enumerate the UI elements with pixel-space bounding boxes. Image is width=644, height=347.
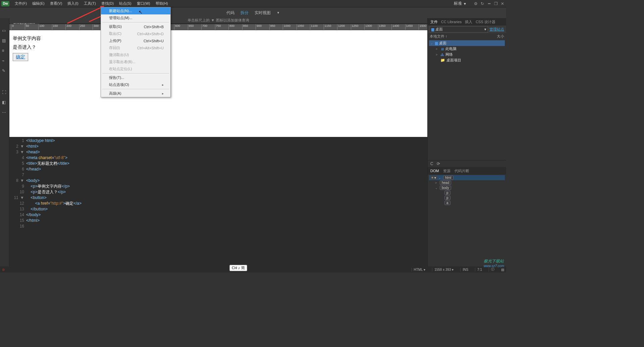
ruler-tick: 300 (93, 24, 99, 30)
ruler-tick: 250 (79, 24, 85, 30)
tool-icon[interactable]: ✎ (2, 68, 7, 74)
dropdown-item[interactable]: 上传(P)Ctrl+Shift+U (101, 37, 170, 44)
menu-view[interactable]: 查看(V) (47, 0, 65, 7)
tree-row[interactable]: ⌄▆桌面 (429, 40, 505, 46)
menu-file[interactable]: 文件(F) (12, 0, 30, 7)
column-header-size[interactable]: 大小 (497, 34, 504, 39)
tool-icon[interactable]: ⌁ (2, 58, 7, 64)
dom-tag: head (440, 181, 451, 185)
panel-tabs-top: 文件 CC Libraries 插入 CSS 设计器 (428, 18, 506, 26)
column-header-file[interactable]: 本地文件 ↑ (430, 34, 447, 39)
dom-tag: a (444, 201, 450, 205)
ruler[interactable]: 0501001502002503003504004505005506006507… (9, 24, 427, 30)
dom-row[interactable]: a (429, 200, 505, 205)
ruler-tick: 950 (269, 24, 275, 30)
ruler-tick: 100 (38, 24, 44, 30)
code-body[interactable]: <!doctype html><html><head><meta charset… (26, 137, 427, 266)
manage-sites-link[interactable]: 管理站点 (488, 27, 504, 32)
code-view[interactable]: 12 ▼3 ▼45678 ▼91011 ▼1213141516 <!doctyp… (9, 137, 427, 266)
view-code-button[interactable]: 代码 (226, 10, 234, 16)
ruler-tick: 1400 (391, 24, 399, 30)
minimize-icon[interactable]: ━ (487, 1, 491, 6)
ruler-tick: 1250 (351, 24, 359, 30)
dropdown-item[interactable]: 获取(G)Ctrl+Shift+B (101, 23, 170, 30)
ruler-tick: 1300 (364, 24, 372, 30)
close-icon[interactable]: ✕ (500, 1, 505, 6)
ruler-tick: 1450 (405, 24, 413, 30)
menu-site[interactable]: 站点(S) (116, 0, 134, 7)
tab-dom[interactable]: DOM (430, 169, 439, 173)
ruler-tick: 900 (256, 24, 262, 30)
tool-icon[interactable]: ⛶ (2, 90, 7, 95)
edit-icon[interactable]: ▤ (2, 38, 7, 44)
site-select[interactable]: ▆ 桌面 ▾ (430, 26, 488, 33)
tab-css-designer[interactable]: CSS 设计器 (476, 19, 495, 24)
tab-resources[interactable]: 资源 (443, 168, 450, 174)
sync-icon[interactable]: ↻ (480, 1, 485, 6)
ruler-tick: 750 (215, 24, 221, 30)
dropdown-item[interactable]: 管理站点(M)... (101, 14, 170, 21)
more-icon[interactable]: ⋯ (2, 110, 7, 115)
restore-icon[interactable]: ❐ (493, 1, 498, 6)
ruler-tick: 1100 (310, 24, 318, 30)
status-position: 7:1 (475, 268, 484, 271)
dom-tag: p (444, 196, 450, 200)
ruler-tick: 1150 (324, 24, 331, 30)
tree-label: 此电脑 (445, 46, 457, 51)
status-icon[interactable]: ▤ (501, 268, 504, 271)
view-split-button[interactable]: 拆分 (240, 10, 249, 16)
dom-tag: html (443, 176, 453, 180)
status-lang[interactable]: HTML ▾ (412, 268, 428, 271)
dom-row[interactable]: p (429, 190, 505, 195)
chevron-down-icon: ▾ (484, 27, 486, 32)
dropdown-item[interactable]: 报告(T)... (101, 74, 170, 81)
dropdown-item: 取出(C)Ctrl+Alt+Shift+D (101, 30, 170, 37)
error-icon[interactable]: ⊘ (2, 268, 5, 271)
dom-row[interactable]: ⌄body (429, 185, 505, 190)
menu-window[interactable]: 窗口(W) (134, 0, 153, 7)
menu-help[interactable]: 帮助(H) (153, 0, 171, 7)
status-dimensions[interactable]: 1558 x 393 ▾ (432, 268, 455, 271)
dom-tree[interactable]: + ▾⌄html>head⌄bodyppa (428, 175, 506, 206)
file-icon[interactable]: ▭ (2, 28, 7, 34)
status-icon[interactable]: ⓘ (489, 267, 496, 272)
workspace-label[interactable]: 标准 (454, 1, 462, 6)
dom-row[interactable]: >head (429, 180, 505, 185)
tab-cc-libraries[interactable]: CC Libraries (441, 20, 462, 24)
dom-row[interactable]: p (429, 195, 505, 200)
file-tree[interactable]: ⌄▆桌面>🖥此电脑>🖧网络📁桌面项目 (428, 40, 506, 64)
ruler-tick: 600 (174, 24, 180, 30)
dropdown-item[interactable]: 站点选项(O)▸ (101, 81, 170, 88)
refresh-icon[interactable]: C (430, 161, 433, 166)
site-menu-dropdown: 新建站点(N)...管理站点(M)...获取(G)Ctrl+Shift+B取出(… (101, 7, 171, 97)
dropdown-item[interactable]: 高级(A)▸ (101, 90, 170, 97)
chevron-down-icon[interactable]: ▾ (464, 1, 466, 6)
ruler-tick: 1350 (378, 24, 386, 30)
tab-insert[interactable]: 插入 (465, 19, 472, 24)
gear-icon[interactable]: ⚙ (473, 1, 478, 6)
ruler-tick: 150 (52, 24, 58, 30)
left-toolbox: ▭ ▤ ≡ ⌁ ✎ ⛶ ◧ ⋯ (0, 18, 9, 266)
dom-row[interactable]: + ▾⌄html (429, 175, 505, 180)
ruler-icon[interactable]: ≡ (2, 48, 7, 54)
tree-label: 桌面 (439, 41, 446, 46)
tree-row[interactable]: >🖧网络 (429, 52, 505, 57)
add-icon[interactable]: + ▾ (430, 176, 437, 180)
preview-button[interactable]: 确定 (13, 53, 28, 61)
chevron-down-icon[interactable]: ▼ (277, 11, 280, 14)
dom-tag: body (440, 186, 451, 190)
dropdown-item[interactable]: 新建站点(N)... (101, 7, 170, 14)
dropdown-icon: ▼ (211, 18, 215, 22)
view-live-button[interactable]: 实时视图 (255, 10, 271, 16)
desktop-icon: ▆ (435, 41, 438, 45)
sync-icon[interactable]: ⟳ (437, 161, 440, 166)
tab-files[interactable]: 文件 (430, 19, 438, 24)
preview-link[interactable]: 确定 (16, 54, 25, 59)
tree-row[interactable]: >🖥此电脑 (429, 46, 505, 52)
tree-row[interactable]: 📁桌面项目 (429, 57, 505, 63)
tool-icon[interactable]: ◧ (2, 100, 7, 105)
status-ins: INS (460, 268, 470, 271)
design-view[interactable]: 举例文字内容 是否进入？ 确定 (9, 30, 427, 137)
tab-snippets[interactable]: 代码片断 (454, 168, 469, 174)
menu-edit[interactable]: 编辑(E) (30, 0, 47, 7)
